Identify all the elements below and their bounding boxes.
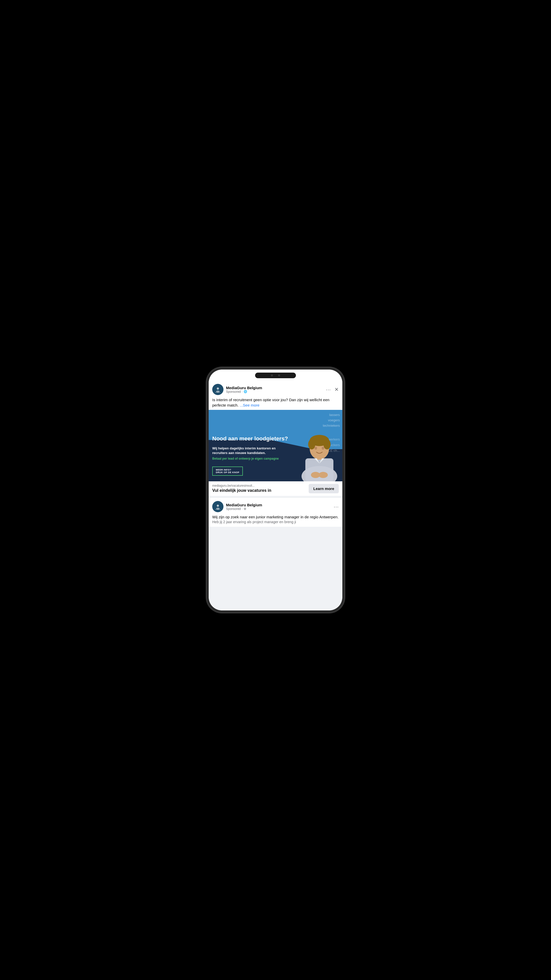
ad-name-1: MediaGuru Belgium [226,386,323,390]
more-options-button-1[interactable]: ··· [326,387,331,393]
ad-image-body-text: Wij helpen dagelijks interim kantoren en… [212,446,286,461]
svg-rect-5 [305,458,333,481]
ad-meta-1: MediaGuru Belgium Sponsored · 🌐 [226,386,323,393]
ad-sponsored-1: Sponsored · 🌐 [226,390,323,393]
close-button-1[interactable]: ✕ [334,387,339,393]
notch-dot-left [271,374,273,376]
ad-image-bg: lassers voegers techniekers Nood aan mee… [209,410,342,481]
ad-footer-title: Vul eindelijk jouw vacatures in [212,488,306,493]
person-photo [297,425,342,481]
learn-more-button[interactable]: Learn more [309,484,339,493]
phone-notch [255,372,296,378]
svg-point-9 [308,439,315,449]
svg-point-11 [314,447,317,450]
svg-text:By MediaGuru: By MediaGuru [215,509,221,510]
avatar-1: By MediaGuru [212,384,224,395]
ad-image-1: lassers voegers techniekers Nood aan mee… [209,410,342,481]
ad-card-2: By MediaGuru MediaGuru Belgium Sponsored… [209,498,342,527]
ad-footer-1: mediaguru.be/vacaturesinvull... Vul eind… [209,481,342,496]
svg-point-10 [324,439,330,449]
ad-body-text-2: Wij zijn op zoek naar een junior marketi… [209,514,342,527]
avatar-2: By MediaGuru [212,501,224,512]
svg-point-16 [319,472,328,478]
ad-actions-1: ··· ✕ [326,387,339,393]
sponsored-dot: · [242,390,243,393]
globe-icon: 🌐 [244,390,247,393]
ad-card-1: By MediaGuru MediaGuru Belgium Sponsored… [209,381,342,496]
svg-point-18 [217,504,219,507]
ad-footer-url: mediaguru.be/vacaturesinvull... [212,484,306,487]
ad-sponsored-2: Sponsored · ⚙ [226,507,331,511]
notch-dot-right [278,374,280,376]
ad-header-1: By MediaGuru MediaGuru Belgium Sponsored… [209,381,342,397]
ad-cta-button[interactable]: MEER INFO? DRUK OP DE KNOP [212,466,243,476]
ad-body-text-1: Is interim of recruitment geen optie voo… [209,397,342,410]
phone-frame: By MediaGuru MediaGuru Belgium Sponsored… [206,368,345,612]
phone-screen: By MediaGuru MediaGuru Belgium Sponsored… [209,369,342,611]
see-more-link[interactable]: ...See more [240,403,260,407]
gear-icon: ⚙ [244,507,246,511]
svg-point-1 [217,387,219,390]
svg-text:By MediaGuru: By MediaGuru [215,392,221,393]
svg-point-12 [322,447,324,450]
more-options-button-2[interactable]: ··· [333,504,339,510]
ad-headline: Nood aan meer loodgieters? [212,435,288,442]
ad-header-2: By MediaGuru MediaGuru Belgium Sponsored… [209,498,342,514]
feed-content: By MediaGuru MediaGuru Belgium Sponsored… [209,381,342,611]
ad-footer-left: mediaguru.be/vacaturesinvull... Vul eind… [212,484,306,493]
ad-name-2: MediaGuru Belgium [226,503,331,507]
ad-meta-2: MediaGuru Belgium Sponsored · ⚙ [226,503,331,511]
